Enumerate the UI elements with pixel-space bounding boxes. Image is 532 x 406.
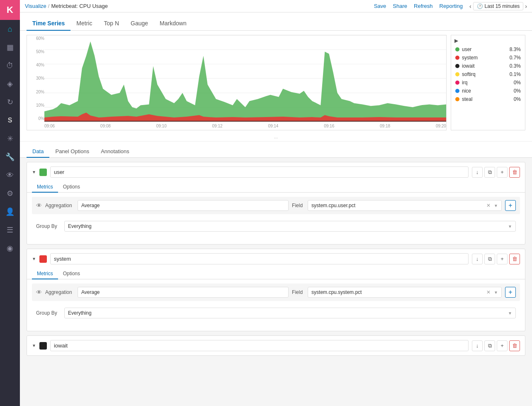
series-subtab-options-system[interactable]: Options xyxy=(58,269,85,279)
data-tab-data[interactable]: Data xyxy=(27,146,49,158)
tab-time-series[interactable]: Time Series xyxy=(27,17,70,31)
series-subtabs-user: Metrics Options xyxy=(27,182,525,193)
sidebar-icon-clock[interactable]: ⏱ xyxy=(0,56,20,75)
prev-arrow[interactable]: ‹ xyxy=(469,3,471,10)
series-delete-btn-system[interactable]: 🗑 xyxy=(509,254,520,264)
main-area: Visualize / Metricbeat: CPU Usage Save S… xyxy=(20,0,532,406)
add-metric-btn-system[interactable]: + xyxy=(505,287,516,298)
sidebar-icon-home[interactable]: ⌂ xyxy=(0,20,20,38)
agg-select-user[interactable]: Average Sum Min Max Count xyxy=(78,200,289,211)
legend-label-user: user xyxy=(462,46,507,52)
series-add-btn-user[interactable]: + xyxy=(497,167,508,178)
sidebar-icon-list[interactable]: ☰ xyxy=(0,221,20,239)
sidebar-icon-asterisk[interactable]: ✳ xyxy=(0,130,20,148)
x-label: 09:12 xyxy=(212,124,223,128)
data-tab-annotations[interactable]: Annotations xyxy=(95,146,135,158)
legend-item-system: system 0.7% xyxy=(454,54,522,62)
tab-gauge[interactable]: Gauge xyxy=(125,17,154,31)
series-name-input-user[interactable] xyxy=(50,166,469,178)
time-range-label: Last 15 minutes xyxy=(485,3,520,9)
agg-select-system[interactable]: Average Sum Min Max Count xyxy=(78,287,289,298)
legend-dot-softirq xyxy=(455,72,459,76)
series-color-system[interactable] xyxy=(39,255,47,263)
series-copy-btn-iowait[interactable]: ⧉ xyxy=(484,340,495,351)
breadcrumb-sep: / xyxy=(48,3,50,9)
series-panel-system: ▼ ↓ ⧉ + 🗑 Metrics Options 👁 xyxy=(27,249,525,331)
legend-dot-system xyxy=(455,56,459,60)
series-delete-btn-user[interactable]: 🗑 xyxy=(509,167,520,178)
series-body-system: 👁 Aggregation Average Sum Min Max Count … xyxy=(27,279,525,326)
group-by-select-user[interactable]: Everything ▼ xyxy=(64,221,516,232)
series-collapse-iowait[interactable]: ▼ xyxy=(32,343,36,348)
tab-metric[interactable]: Metric xyxy=(70,17,98,31)
next-arrow[interactable]: › xyxy=(525,3,527,10)
series-subtab-metrics-user[interactable]: Metrics xyxy=(32,182,58,193)
legend-val-steal: 0% xyxy=(514,96,521,102)
add-metric-btn-user[interactable]: + xyxy=(505,200,516,211)
chart-legend: ▶ user 8.3% system 0.7% iowait 0.3% xyxy=(451,35,525,130)
series-sort-btn-iowait[interactable]: ↓ xyxy=(472,340,483,351)
sidebar-icon-eye[interactable]: 👁 xyxy=(0,166,20,184)
refresh-button[interactable]: Refresh xyxy=(414,3,433,9)
series-color-user[interactable] xyxy=(39,169,47,176)
agg-row-system: 👁 Aggregation Average Sum Min Max Count … xyxy=(32,284,520,301)
y-label: 10% xyxy=(27,103,44,108)
x-label: 09:20 xyxy=(436,124,446,128)
series-subtab-metrics-system[interactable]: Metrics xyxy=(32,269,58,279)
legend-dot-steal xyxy=(455,97,459,101)
series-name-input-system[interactable] xyxy=(50,253,469,264)
series-add-btn-iowait[interactable]: + xyxy=(497,340,508,351)
field-value-user: system.cpu.user.pct xyxy=(311,203,355,208)
visibility-toggle-user[interactable]: 👁 xyxy=(36,202,42,209)
series-sort-btn-system[interactable]: ↓ xyxy=(472,254,483,264)
sidebar-icon-shield[interactable]: ◈ xyxy=(0,75,20,93)
field-dropdown-system[interactable]: ▼ xyxy=(494,290,498,295)
series-sort-btn-user[interactable]: ↓ xyxy=(472,167,483,178)
visibility-toggle-system[interactable]: 👁 xyxy=(36,289,42,296)
sidebar-icon-circle[interactable]: ◉ xyxy=(0,239,20,257)
reporting-button[interactable]: Reporting xyxy=(440,3,463,9)
sidebar-icon-chart[interactable]: ▦ xyxy=(0,38,20,56)
series-add-btn-system[interactable]: + xyxy=(497,254,508,264)
sidebar-icon-s[interactable]: S xyxy=(0,111,20,130)
series-collapse-system[interactable]: ▼ xyxy=(32,257,36,261)
series-copy-btn-system[interactable]: ⧉ xyxy=(484,254,495,264)
sidebar-icon-gear[interactable]: ⚙ xyxy=(0,184,20,203)
chart-x-labels: 09:06 09:08 09:10 09:12 09:14 09:16 09:1… xyxy=(44,122,446,130)
data-tab-panel-options[interactable]: Panel Options xyxy=(49,146,95,158)
series-actions-iowait: ↓ ⧉ + 🗑 xyxy=(472,340,520,351)
series-copy-btn-user[interactable]: ⧉ xyxy=(484,167,495,178)
series-name-input-iowait[interactable] xyxy=(50,340,469,351)
chart-container: 60% 50% 40% 30% 20% 10% 0% xyxy=(27,35,447,130)
field-select-user[interactable]: system.cpu.user.pct ✕ ▼ xyxy=(308,200,502,211)
time-range-picker[interactable]: 🕐 Last 15 minutes xyxy=(473,2,524,10)
field-clear-user[interactable]: ✕ xyxy=(486,203,491,208)
legend-expand-toggle[interactable]: ▶ xyxy=(454,38,522,44)
legend-dot-user xyxy=(455,47,459,51)
agg-label-system: Aggregation xyxy=(45,289,74,295)
share-button[interactable]: Share xyxy=(393,3,407,9)
group-by-select-system[interactable]: Everything ▼ xyxy=(64,308,516,318)
breadcrumb-visualize[interactable]: Visualize xyxy=(25,3,46,9)
legend-label-system: system xyxy=(462,55,507,61)
field-select-system[interactable]: system.cpu.system.pct ✕ ▼ xyxy=(308,287,502,298)
series-color-iowait[interactable] xyxy=(39,342,47,350)
app-logo[interactable]: K xyxy=(0,0,20,20)
tab-markdown[interactable]: Markdown xyxy=(154,17,192,31)
series-subtab-options-user[interactable]: Options xyxy=(58,182,85,193)
legend-label-iowait: iowait xyxy=(462,63,507,69)
sidebar-icon-refresh[interactable]: ↻ xyxy=(0,93,20,111)
series-collapse-user[interactable]: ▼ xyxy=(32,170,36,174)
content: Time Series Metric Top N Gauge Markdown … xyxy=(20,12,532,406)
sidebar-icon-user[interactable]: 👤 xyxy=(0,203,20,221)
series-delete-btn-iowait[interactable]: 🗑 xyxy=(509,340,520,351)
group-by-arrow-system: ▼ xyxy=(508,311,512,316)
panel-collapse-handle[interactable]: ··· xyxy=(20,135,532,142)
field-dropdown-user[interactable]: ▼ xyxy=(494,203,498,208)
group-by-value-system: Everything xyxy=(68,310,92,316)
sidebar-icon-wrench[interactable]: 🔧 xyxy=(0,148,20,166)
save-button[interactable]: Save xyxy=(374,3,386,9)
tab-top-n[interactable]: Top N xyxy=(98,17,125,31)
field-value-system: system.cpu.system.pct xyxy=(311,289,362,295)
field-clear-system[interactable]: ✕ xyxy=(486,289,491,295)
